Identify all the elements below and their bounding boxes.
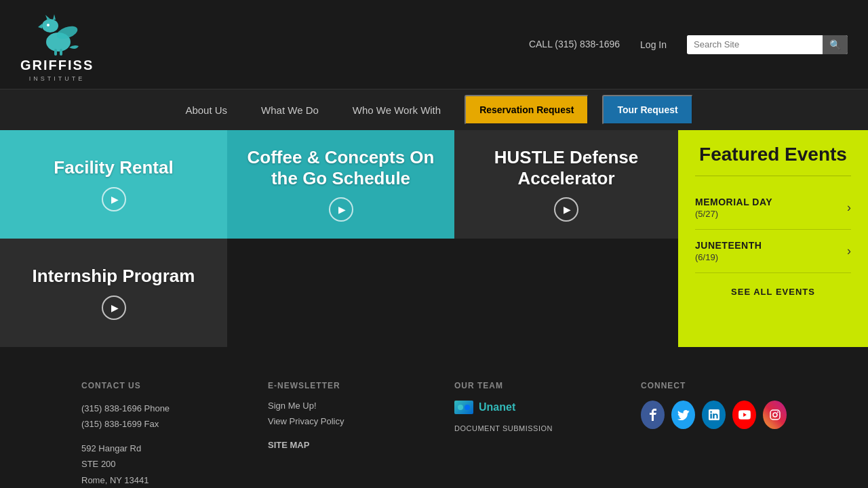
contact-fax: (315) 838-1699 Fax (81, 416, 227, 432)
logo-sub: INSTITUTE (29, 75, 85, 82)
twitter-icon[interactable] (671, 401, 695, 429)
logo[interactable]: GRIFFISS INSTITUTE (20, 7, 94, 82)
juneteenth-event[interactable]: JUNETEENTH (6/19) › (695, 230, 851, 273)
linkedin-icon[interactable] (702, 401, 726, 429)
call-info: CALL (315) 838-1696 (529, 38, 620, 52)
facility-rental-title: Facility Rental (40, 157, 186, 178)
svg-rect-9 (60, 49, 62, 56)
footer-connect: CONNECT (641, 381, 787, 488)
hustle-defense-cell[interactable]: HUSTLE Defense Accelerator (454, 130, 678, 239)
internship-program-play (102, 296, 126, 320)
contact-phone: (315) 838-1696 Phone (81, 401, 227, 416)
privacy-policy-link[interactable]: View Privacy Policy (268, 416, 414, 426)
internship-program-title: Internship Program (19, 266, 209, 287)
memorial-day-info: MEMORIAL DAY (5/27) (695, 197, 772, 219)
coffee-concepts-play (329, 197, 353, 222)
document-submission-link[interactable]: DOCUMENT SUBMISSION (454, 424, 600, 432)
unanet-name: Unanet (479, 401, 515, 413)
header: GRIFFISS INSTITUTE CALL (315) 838-1696 L… (0, 0, 868, 89)
sign-me-up-link[interactable]: Sign Me Up! (268, 401, 414, 411)
juneteenth-info: JUNETEENTH (6/19) (695, 240, 762, 262)
facility-rental-cell[interactable]: Facility Rental (0, 130, 227, 239)
contact-heading: CONTACT US (81, 381, 227, 390)
nav-what-we-do[interactable]: What We Do (244, 91, 336, 129)
coffee-concepts-cell[interactable]: Coffee & Concepts On the Go Schedule (227, 130, 454, 239)
unanet-icon (454, 401, 473, 414)
site-map-link[interactable]: SITE MAP (268, 440, 414, 450)
nav-about-us[interactable]: About Us (168, 91, 244, 129)
play-icon-internship (102, 296, 126, 320)
team-heading: OUR TEAM (454, 381, 600, 390)
contact-address2: STE 200 (81, 456, 227, 472)
hero-grid: Facility Rental Coffee & Concepts On the… (0, 130, 868, 347)
reservation-request-button[interactable]: Reservation Request (465, 95, 589, 125)
hustle-defense-title: HUSTLE Defense Accelerator (454, 147, 678, 189)
connect-heading: CONNECT (641, 381, 787, 390)
search-bar: 🔍 (687, 35, 848, 54)
instagram-icon[interactable] (763, 401, 787, 429)
internship-program-cell[interactable]: Internship Program (0, 239, 227, 347)
featured-events-panel: Featured Events MEMORIAL DAY (5/27) › JU… (678, 130, 868, 347)
footer-contact: CONTACT US (315) 838-1696 Phone (315) 83… (81, 381, 227, 488)
contact-address3: Rome, NY 13441 (81, 472, 227, 488)
svg-rect-8 (54, 49, 57, 56)
play-icon-facility (102, 187, 126, 211)
main-nav: About Us What We Do Who We Work With Res… (0, 89, 868, 130)
nav-who-we-work-with[interactable]: Who We Work With (336, 91, 458, 129)
play-icon-coffee (329, 197, 353, 222)
newsletter-heading: E-NEWSLETTER (268, 381, 414, 390)
svg-point-7 (47, 24, 50, 26)
search-button[interactable]: 🔍 (823, 35, 848, 54)
featured-events-title: Featured Events (695, 144, 851, 176)
svg-point-13 (773, 413, 777, 417)
login-link[interactable]: Log In (640, 39, 667, 50)
svg-point-14 (777, 411, 778, 413)
memorial-day-date: (5/27) (695, 209, 772, 219)
svg-point-11 (465, 405, 470, 410)
see-all-events-link[interactable]: SEE ALL EVENTS (695, 287, 851, 297)
facebook-icon[interactable] (641, 401, 665, 429)
header-right: CALL (315) 838-1696 Log In 🔍 (529, 35, 848, 54)
footer-newsletter: E-NEWSLETTER Sign Me Up! View Privacy Po… (268, 381, 414, 488)
footer-team: OUR TEAM Unanet DOCUMENT SUBMISSION (454, 381, 600, 488)
social-icons-group (641, 401, 787, 429)
juneteenth-name: JUNETEENTH (695, 240, 762, 251)
memorial-day-arrow: › (847, 201, 851, 215)
footer: CONTACT US (315) 838-1696 Phone (315) 83… (0, 347, 868, 488)
memorial-day-name: MEMORIAL DAY (695, 197, 772, 207)
svg-rect-12 (770, 410, 780, 420)
contact-address1: 592 Hangar Rd (81, 441, 227, 456)
juneteenth-date: (6/19) (695, 252, 762, 262)
svg-point-10 (458, 405, 463, 410)
play-icon-hustle (554, 197, 578, 222)
memorial-day-event[interactable]: MEMORIAL DAY (5/27) › (695, 186, 851, 230)
juneteenth-arrow: › (847, 244, 851, 258)
tour-request-button[interactable]: Tour Request (602, 95, 692, 125)
search-input[interactable] (687, 35, 823, 54)
unanet-logo[interactable]: Unanet (454, 401, 600, 414)
youtube-icon[interactable] (732, 401, 756, 429)
facility-rental-play (102, 187, 126, 211)
hustle-defense-play (554, 197, 578, 222)
coffee-concepts-title: Coffee & Concepts On the Go Schedule (227, 147, 454, 189)
logo-name: GRIFFISS (20, 58, 94, 73)
svg-point-2 (42, 19, 58, 33)
